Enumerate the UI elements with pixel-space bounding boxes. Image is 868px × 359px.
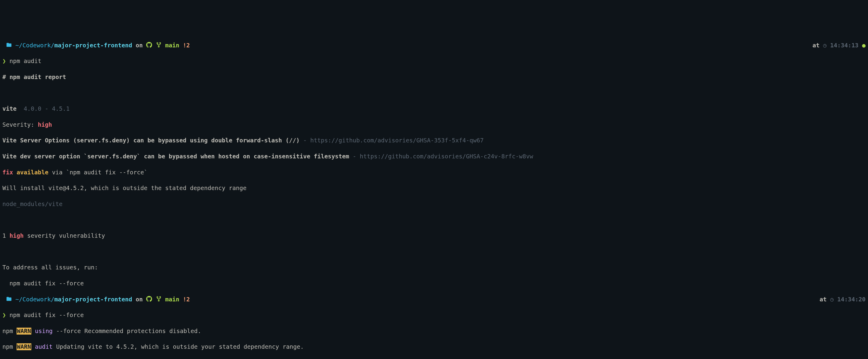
advisory-2-title: Vite dev server option `server.fs.deny` … — [2, 153, 349, 160]
branch-name: main — [165, 42, 179, 49]
folder-icon — [6, 296, 12, 303]
branch-icon — [156, 42, 162, 49]
project-name: major-project-frontend — [54, 42, 132, 49]
branch-icon — [156, 296, 162, 303]
advisory-1-url: - https://github.com/advisories/GHSA-353… — [300, 137, 484, 144]
warn-line-2: npm WARN audit Updating vite to 4.5.2, w… — [2, 343, 866, 351]
fix-rest: via `npm audit fix --force` — [49, 169, 148, 176]
command-text: npm audit — [10, 58, 41, 64]
prompt-line-1: ~/Codework/major-project-frontend on mai… — [2, 42, 866, 50]
blank-line — [2, 89, 866, 97]
path-prefix: ~/Codework/ — [16, 42, 54, 49]
at-text: at — [812, 42, 819, 49]
clock-icon: ◷ — [823, 42, 827, 49]
warn-badge: WARN — [17, 343, 31, 350]
advisory-2: Vite dev server option `server.fs.deny` … — [2, 153, 866, 161]
severity-label: Severity: — [2, 121, 38, 128]
status-dot-icon: ● — [862, 42, 866, 49]
time-text: 14:34:20 — [837, 296, 866, 303]
advisory-1: Vite Server Options (server.fs.deny) can… — [2, 137, 866, 144]
fix-line: fix available via `npm audit fix --force… — [2, 169, 866, 176]
summary-line: 1 high severity vulnerability — [2, 232, 866, 240]
warn-badge: WARN — [17, 328, 31, 335]
warn-msg: Updating vite to 4.5.2, which is outside… — [53, 343, 304, 350]
fix-yellow: available — [13, 169, 48, 176]
advisory-2-url: - https://github.com/advisories/GHSA-c24… — [349, 153, 533, 160]
will-install: Will install vite@4.5.2, which is outsid… — [2, 184, 866, 192]
branch-changes: !2 — [183, 296, 190, 303]
npm-prefix: npm — [2, 328, 13, 335]
time-text: 14:34:13 — [830, 42, 859, 49]
branch-name: main — [165, 296, 179, 303]
pkg-name: vite — [2, 105, 17, 112]
advisory-1-title: Vite Server Options (server.fs.deny) can… — [2, 137, 300, 144]
pkg-line: vite 4.0.0 - 4.5.1 — [2, 105, 866, 113]
github-icon — [146, 42, 152, 49]
command-text: npm audit fix --force — [10, 312, 84, 319]
fix-red: fix — [2, 169, 13, 176]
npm-prefix: npm — [2, 343, 13, 350]
project-name: major-project-frontend — [54, 296, 132, 303]
address-cmd: npm audit fix --force — [2, 280, 866, 287]
on-text: on — [135, 296, 143, 303]
clock-icon: ◷ — [830, 296, 834, 303]
at-text: at — [819, 296, 827, 303]
summary-rest: severity vulnerability — [24, 232, 105, 239]
command-line-1: ❯ npm audit — [2, 57, 866, 65]
terminal-output[interactable]: ~/Codework/major-project-frontend on mai… — [2, 33, 866, 359]
github-icon — [146, 296, 152, 303]
summary-sev: high — [9, 232, 24, 239]
warn-tag: audit — [35, 343, 53, 350]
prompt-line-2: ~/Codework/major-project-frontend on mai… — [2, 296, 866, 303]
blank-line — [2, 248, 866, 256]
severity-value: high — [38, 121, 52, 128]
pkg-range: 4.0.0 - 4.5.1 — [17, 105, 70, 112]
severity-line: Severity: high — [2, 121, 866, 129]
blank-line — [2, 216, 866, 224]
chevron-icon: ❯ — [2, 312, 6, 319]
on-text: on — [135, 42, 143, 49]
summary-count: 1 — [2, 232, 9, 239]
warn-line-1: npm WARN using --force Recommended prote… — [2, 327, 866, 335]
folder-icon — [6, 42, 12, 49]
node-modules-path: node_modules/vite — [2, 200, 866, 208]
warn-tag: using — [35, 328, 53, 335]
command-line-2: ❯ npm audit fix --force — [2, 311, 866, 319]
report-header: # npm audit report — [2, 73, 866, 81]
address-line: To address all issues, run: — [2, 264, 866, 272]
path-prefix: ~/Codework/ — [16, 296, 54, 303]
warn-msg: --force Recommended protections disabled… — [53, 328, 201, 335]
chevron-icon: ❯ — [2, 58, 6, 64]
branch-changes: !2 — [183, 42, 190, 49]
